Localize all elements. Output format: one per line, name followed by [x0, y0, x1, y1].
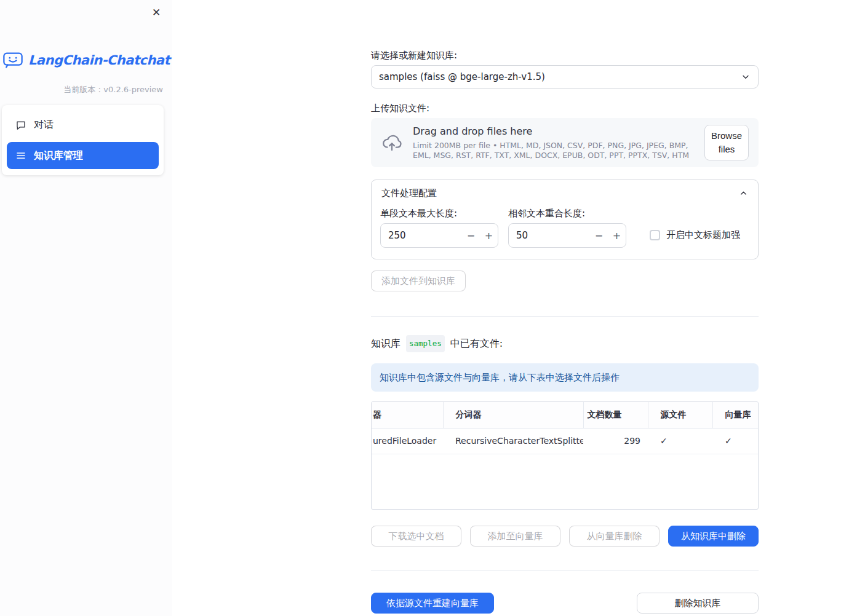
- chunk-size-field: 单段文本最大长度: 250 − +: [380, 207, 498, 248]
- upload-label: 上传知识文件:: [371, 102, 759, 114]
- file-config-expander-header[interactable]: 文件处理配置: [372, 180, 758, 206]
- divider: [371, 570, 759, 571]
- kb-bottom-actions: 依据源文件重建向量库 删除知识库: [371, 593, 759, 614]
- delete-from-kb-button[interactable]: 从知识库中删除: [668, 526, 759, 547]
- chunk-size-decrement-button[interactable]: −: [462, 224, 480, 247]
- sidebar-item-chat-label: 对话: [34, 119, 54, 132]
- app-logo: LangChain-Chatchat: [0, 52, 172, 68]
- add-files-to-kb-button[interactable]: 添加文件到知识库: [371, 270, 466, 291]
- kb-name-code: samples: [406, 335, 445, 352]
- kb-select[interactable]: samples (faiss @ bge-large-zh-v1.5): [371, 65, 759, 89]
- cell-vector-store-check: ✓: [712, 428, 759, 454]
- sidebar-close-icon[interactable]: ✕: [149, 5, 164, 20]
- overlap-size-increment-button[interactable]: +: [608, 224, 626, 247]
- column-header-splitter[interactable]: 分词器: [443, 402, 583, 428]
- chunk-size-label: 单段文本最大长度:: [380, 207, 498, 219]
- browse-files-button[interactable]: Browse files: [704, 125, 749, 160]
- kb-info-text: 知识库中包含源文件与向量库，请从下表中选择文件后操作: [380, 372, 620, 384]
- overlap-size-field: 相邻文本重合长度: 50 − +: [508, 207, 626, 248]
- zh-title-enhance-label: 开启中文标题加强: [666, 229, 740, 241]
- overlap-size-value: 50: [509, 230, 590, 241]
- divider: [371, 316, 759, 317]
- dropzone-title: Drag and drop files here: [413, 125, 695, 137]
- overlap-size-label: 相邻文本重合长度:: [508, 207, 626, 219]
- column-header-loader[interactable]: 器: [372, 402, 443, 428]
- cell-source-file-check: ✓: [648, 428, 712, 454]
- existing-files-suffix: 中已有文件:: [450, 336, 503, 351]
- kb-info-banner: 知识库中包含源文件与向量库，请从下表中选择文件后操作: [371, 363, 759, 392]
- existing-files-heading: 知识库 samples 中已有文件:: [371, 335, 759, 352]
- kb-select-label: 请选择或新建知识库:: [371, 49, 759, 61]
- app-title: LangChain-Chatchat: [28, 53, 170, 68]
- existing-files-prefix: 知识库: [371, 336, 401, 351]
- cell-doc-count: 299: [583, 428, 648, 454]
- sidebar-menu: 对话 知识库管理: [2, 105, 164, 175]
- chevron-down-icon: [741, 72, 751, 82]
- sidebar: ✕ LangChain-Chatchat 当前版本：v0.2.6-preview…: [0, 0, 172, 616]
- main-content: 请选择或新建知识库: samples (faiss @ bge-large-zh…: [172, 0, 849, 616]
- sidebar-item-knowledge-base[interactable]: 知识库管理: [7, 142, 159, 169]
- sidebar-item-chat[interactable]: 对话: [7, 111, 159, 138]
- overlap-size-input[interactable]: 50 − +: [508, 223, 626, 248]
- cell-loader: uredFileLoader: [372, 428, 443, 454]
- file-dropzone[interactable]: Drag and drop files here Limit 200MB per…: [371, 118, 759, 167]
- list-icon: [15, 150, 26, 161]
- dropzone-text: Drag and drop files here Limit 200MB per…: [413, 125, 695, 160]
- add-to-vector-store-button[interactable]: 添加至向量库: [470, 526, 560, 547]
- delete-from-vector-store-button[interactable]: 从向量库删除: [569, 526, 660, 547]
- column-header-doc-count[interactable]: 文档数量: [583, 402, 648, 428]
- column-header-vector-store[interactable]: 向量库: [712, 402, 759, 428]
- file-config-title: 文件处理配置: [381, 188, 437, 199]
- file-actions-row: 下载选中文档 添加至向量库 从向量库删除 从知识库中删除: [371, 526, 759, 547]
- table-row[interactable]: uredFileLoader RecursiveCharacterTextSpl…: [372, 428, 759, 454]
- zh-title-enhance-checkbox[interactable]: [650, 230, 660, 240]
- table-header-row: 器 分词器 文档数量 源文件 向量库: [372, 402, 759, 428]
- zh-title-enhance-checkbox-row[interactable]: 开启中文标题加强: [650, 229, 740, 241]
- chunk-size-input[interactable]: 250 − +: [380, 223, 498, 248]
- chevron-up-icon: [739, 189, 748, 198]
- dropzone-limit: Limit 200MB per file • HTML, MD, JSON, C…: [413, 141, 695, 160]
- delete-kb-button[interactable]: 删除知识库: [637, 593, 759, 614]
- chunk-size-increment-button[interactable]: +: [480, 224, 498, 247]
- version-label: 当前版本：v0.2.6-preview: [0, 84, 172, 95]
- logo-chat-icon: [2, 52, 23, 68]
- cell-splitter: RecursiveCharacterTextSplitter: [443, 428, 583, 454]
- sidebar-item-knowledge-base-label: 知识库管理: [34, 149, 83, 162]
- file-config-expander: 文件处理配置 单段文本最大长度: 250 − + 相邻文: [371, 180, 759, 259]
- overlap-size-decrement-button[interactable]: −: [590, 224, 608, 247]
- chat-bubble-icon: [15, 119, 26, 130]
- cloud-upload-icon: [381, 132, 403, 154]
- kb-select-value: samples (faiss @ bge-large-zh-v1.5): [379, 71, 545, 82]
- kb-files-table: 器 分词器 文档数量 源文件 向量库 uredFileLoader Recurs…: [371, 401, 759, 510]
- download-selected-button[interactable]: 下载选中文档: [371, 526, 461, 547]
- rebuild-vector-store-button[interactable]: 依据源文件重建向量库: [371, 593, 494, 614]
- chunk-size-value: 250: [381, 230, 462, 241]
- column-header-source-file[interactable]: 源文件: [648, 402, 712, 428]
